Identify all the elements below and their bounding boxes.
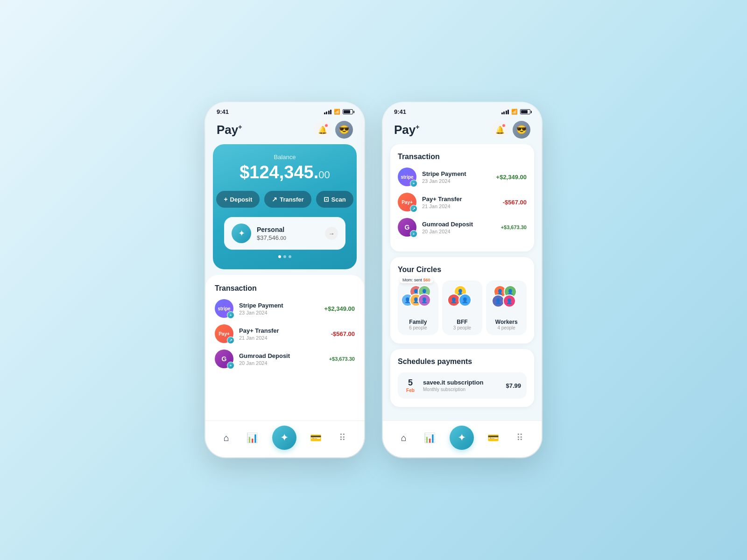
right-notification-dot — [502, 124, 506, 127]
right-tx-gumroad-name: Gumroad Deposit — [422, 221, 495, 228]
transaction-stripe[interactable]: stripe + Stripe Payment 23 Jan 2024 +$2,… — [215, 299, 355, 318]
family-circle-name: Family — [409, 319, 427, 325]
deposit-button[interactable]: + Deposit — [216, 191, 260, 208]
right-payplus-icon: Pay+ ↗ — [398, 193, 416, 211]
right-transaction-stripe[interactable]: stripe + Stripe Payment 23 Jan 2024 +$2,… — [398, 168, 527, 186]
home-icon: ⌂ — [224, 433, 229, 443]
bff-circle-name: BFF — [457, 319, 467, 325]
gumroad-badge: + — [227, 362, 234, 369]
right-nav-grid[interactable]: ⠿ — [513, 430, 527, 445]
right-tx-gumroad-amount: +$3,673.30 — [501, 224, 527, 230]
tx-payplus-date: 21 Jan 2024 — [239, 335, 325, 341]
transfer-label: Transfer — [280, 196, 303, 203]
workers-avatar-4: 👤 — [503, 294, 516, 308]
action-buttons: + Deposit ↗ Transfer ⊡ Scan — [224, 191, 345, 208]
transaction-payplus[interactable]: Pay+ ↗ Pay+ Transfer 21 Jan 2024 -$567.0… — [215, 324, 355, 343]
schedule-info: savee.it subscription Monthly subscripti… — [423, 379, 500, 392]
right-tx-stripe-amount: +$2,349.00 — [496, 174, 527, 181]
right-tx-stripe-date: 23 Jan 2024 — [422, 178, 491, 184]
right-notification-button[interactable]: 🔔 — [491, 121, 509, 139]
status-time: 9:41 — [217, 108, 229, 115]
right-header-right: 🔔 😎 — [491, 121, 530, 139]
right-status-time: 9:41 — [394, 108, 406, 115]
tx-payplus-info: Pay+ Transfer 21 Jan 2024 — [239, 327, 325, 341]
bff-circle[interactable]: 👤 👤 👤 BFF 3 people — [442, 280, 483, 335]
right-status-bar: 9:41 📶 — [383, 103, 542, 117]
logo-symbol: + — [238, 123, 242, 131]
schedule-name: savee.it subscription — [423, 379, 500, 386]
stripe-icon: stripe + — [215, 299, 233, 318]
right-chart-icon: 📊 — [424, 432, 436, 443]
balance-main: $124,345. — [240, 162, 318, 182]
schedule-day: 5 — [408, 378, 413, 388]
nav-center-button[interactable]: ✦ — [272, 426, 296, 450]
scan-button[interactable]: ⊡ Scan — [316, 191, 353, 208]
tx-stripe-date: 23 Jan 2024 — [239, 310, 319, 315]
schedule-month: Feb — [406, 388, 415, 393]
workers-circle-count: 4 people — [497, 325, 515, 330]
card-nav-icon: 💳 — [310, 432, 322, 443]
workers-circle-name: Workers — [495, 319, 518, 325]
right-nav-chart[interactable]: 📊 — [420, 430, 439, 445]
transaction-gumroad[interactable]: G + Gumroad Deposit 20 Jan 2024 +$3,673.… — [215, 350, 355, 368]
bff-avatars: 👤 👤 👤 — [445, 285, 479, 315]
nav-grid[interactable]: ⠿ — [335, 430, 350, 445]
tx-stripe-info: Stripe Payment 23 Jan 2024 — [239, 302, 319, 315]
balance-section: Balance $124,345.00 + Deposit ↗ Transfer… — [213, 144, 357, 269]
balance-cents: 00 — [318, 169, 330, 181]
schedule-sub: Monthly subscription — [423, 387, 500, 392]
right-transaction-title: Transaction — [398, 153, 527, 161]
scan-icon: ⊡ — [324, 196, 329, 203]
transaction-section: Transaction stripe + Stripe Payment 23 J… — [205, 275, 364, 420]
card-arrow[interactable]: → — [325, 227, 338, 240]
right-app-header: Pay+ 🔔 😎 — [383, 117, 542, 144]
card-balance: $37,546.00 — [257, 234, 319, 241]
notification-dot — [324, 124, 328, 127]
personal-card[interactable]: ✦ Personal $37,546.00 → — [224, 217, 345, 250]
tx-stripe-name: Stripe Payment — [239, 302, 319, 309]
deposit-icon: + — [224, 196, 227, 203]
avatar[interactable]: 😎 — [335, 121, 353, 139]
tx-stripe-amount: +$2,349.00 — [324, 305, 355, 312]
app-logo: Pay+ — [217, 123, 242, 137]
tx-gumroad-date: 20 Jan 2024 — [239, 360, 324, 366]
nav-home[interactable]: ⌂ — [220, 431, 233, 445]
tx-gumroad-amount: +$3,673.30 — [329, 356, 355, 362]
balance-label: Balance — [224, 154, 345, 161]
nav-chart[interactable]: 📊 — [243, 430, 262, 445]
schedule-amount: $7.99 — [506, 382, 521, 389]
star-icon: ✦ — [280, 432, 289, 444]
payplus-badge: ↗ — [227, 336, 234, 344]
right-nav-card[interactable]: 💳 — [484, 430, 503, 445]
right-tx-payplus-info: Pay+ Transfer 21 Jan 2024 — [422, 196, 497, 209]
transfer-button[interactable]: ↗ Transfer — [264, 191, 311, 208]
right-transaction-gumroad[interactable]: G + Gumroad Deposit 20 Jan 2024 +$3,673.… — [398, 218, 527, 237]
right-tx-stripe-name: Stripe Payment — [422, 170, 491, 177]
schedule-savee[interactable]: 5 Feb savee.it subscription Monthly subs… — [398, 372, 527, 399]
tx-gumroad-info: Gumroad Deposit 20 Jan 2024 — [239, 352, 324, 366]
bottom-nav: ⌂ 📊 ✦ 💳 ⠿ — [205, 420, 364, 457]
payplus-icon: Pay+ ↗ — [215, 324, 233, 343]
wifi-icon: 📶 — [334, 109, 340, 115]
transfer-icon: ↗ — [272, 196, 277, 203]
nav-card[interactable]: 💳 — [306, 430, 325, 445]
notification-button[interactable]: 🔔 — [314, 121, 331, 139]
right-stripe-icon: stripe + — [398, 168, 416, 186]
right-card-nav-icon: 💳 — [487, 432, 499, 443]
workers-circle[interactable]: 👤 👤 👤 👤 Workers 4 people — [486, 280, 527, 335]
tx-payplus-name: Pay+ Transfer — [239, 327, 325, 334]
right-gumroad-badge: + — [410, 230, 417, 238]
status-icons: 📶 — [324, 109, 353, 115]
right-nav-center-button[interactable]: ✦ — [450, 426, 474, 450]
right-tx-gumroad-date: 20 Jan 2024 — [422, 229, 495, 234]
family-circle[interactable]: Mom: sent $60 👤 👤 👤 👤 👤 Family 6 people — [398, 280, 438, 335]
right-tx-gumroad-info: Gumroad Deposit 20 Jan 2024 — [422, 221, 495, 234]
card-name: Personal — [257, 226, 319, 233]
card-icon: ✦ — [232, 224, 251, 243]
right-avatar[interactable]: 😎 — [513, 121, 530, 139]
right-transaction-payplus[interactable]: Pay+ ↗ Pay+ Transfer 21 Jan 2024 -$567.0… — [398, 193, 527, 211]
right-status-icons: 📶 — [501, 109, 531, 115]
right-transaction-section: Transaction stripe + Stripe Payment 23 J… — [390, 144, 534, 252]
stripe-badge: + — [227, 311, 234, 319]
right-nav-home[interactable]: ⌂ — [397, 431, 410, 445]
